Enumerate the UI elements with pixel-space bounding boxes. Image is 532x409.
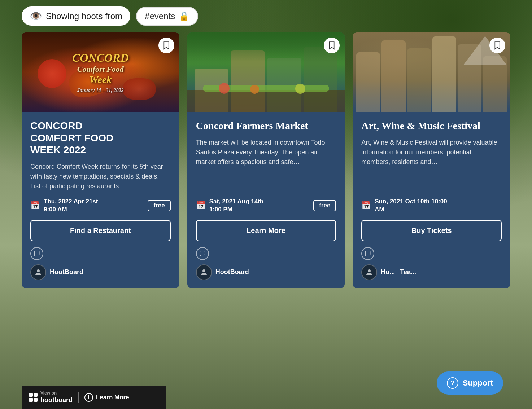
eye-icon: 👁️ [30,10,42,22]
card-1-image-date: January 14 – 31, 2022 [72,88,128,93]
card-3-title: Art, Wine & Music Festival [361,120,502,132]
card-1-title: CONCORD COMFORT FOOD WEEK 2022 [30,120,171,156]
card-1-date-text: Thu, 2022 Apr 21st 9:00 AM [44,198,98,214]
hootboard-grid-icon [29,393,38,402]
card-1-action-button[interactable]: Find a Restaurant [30,220,171,241]
card-1-description: Concord Comfort Week returns for its 5th… [30,162,171,191]
hootboard-brand: hootboard [40,396,73,404]
card-3-hootboard-name: Ho... [381,268,395,276]
card-3-comment-area [361,247,502,260]
card-1-bookmark[interactable] [158,38,174,53]
calendar-icon-1: 📅 [30,201,40,210]
card-3-body: Art, Wine & Music Festival Art, Wine & M… [353,112,510,288]
hashtag-text: #events [145,11,175,21]
card-3-hootboard-row: Ho... Tea... [361,264,502,280]
card-2-comment-area [196,247,336,260]
card-1-body: CONCORD COMFORT FOOD WEEK 2022 Concord C… [22,112,179,288]
card-3-description: Art, Wine & Music Festival will provide … [361,138,502,191]
card-3-action-button[interactable]: Buy Tickets [361,220,502,241]
card-2-date: 📅 Sat, 2021 Aug 14th 1:00 PM free [196,198,336,214]
card-1-image: CONCORD Comfort Food Week January 14 – 3… [22,32,179,112]
comment-bubble-1[interactable] [30,247,43,260]
info-icon: i [84,393,93,402]
card-farmers-market: Concord Farmers Market The market will b… [187,32,345,288]
bottom-bar-divider [78,392,79,403]
svg-point-1 [202,269,205,272]
hootboard-logo: View on hootboard [29,391,73,404]
card-2-date-text: Sat, 2021 Aug 14th 1:00 PM [209,198,264,214]
card-1-hootboard-row: HootBoard [30,264,171,280]
card-festival: Art, Wine & Music Festival Art, Wine & M… [353,32,510,288]
card-2-hootboard-row: HootBoard [196,264,336,280]
card-2-hootboard-name: HootBoard [215,268,249,276]
card-3-avatar [361,264,377,280]
card-1-comment-area [30,247,171,260]
card-3-date-text: Sun, 2021 Oct 10th 10:00 AM [375,198,447,214]
card-2-action-button[interactable]: Learn More [196,220,336,241]
card-2-body: Concord Farmers Market The market will b… [187,112,345,288]
card-2-title: Concord Farmers Market [196,120,336,132]
bottom-learn-more-label: Learn More [96,394,129,401]
card-2-description: The market will be located in downtown T… [196,138,336,191]
card-1-avatar [30,264,46,280]
view-on-text: View on [40,391,73,396]
svg-point-0 [37,269,40,272]
calendar-icon-2: 📅 [196,201,206,210]
card-2-image [187,32,345,112]
hashtag-pill[interactable]: #events 🔒 [136,7,198,26]
card-3-date: 📅 Sun, 2021 Oct 10th 10:00 AM [361,198,502,214]
top-bar: 👁️ Showing hoots from #events 🔒 [22,6,198,26]
support-question-icon: ? [447,377,458,389]
card-2-free-badge: free [313,200,336,211]
card-2-avatar [196,264,212,280]
calendar-icon-3: 📅 [361,201,371,210]
lock-icon: 🔒 [179,11,189,21]
comment-bubble-3[interactable] [361,247,374,260]
card-3-image [353,32,510,112]
svg-point-2 [368,269,371,272]
card-1-date: 📅 Thu, 2022 Apr 21st 9:00 AM free [30,198,171,214]
card-3-hootboard-name2: Tea... [400,268,416,276]
card-1-free-badge: free [148,200,170,211]
comment-bubble-2[interactable] [196,247,209,260]
bottom-learn-more-button[interactable]: i Learn More [84,393,129,402]
support-label: Support [463,378,493,388]
card-comfort-food: CONCORD Comfort Food Week January 14 – 3… [22,32,179,288]
card-1-hootboard-name: HootBoard [50,268,83,276]
showing-hoots-pill: 👁️ Showing hoots from [22,6,130,26]
bottom-bar: View on hootboard i Learn More [22,386,166,409]
showing-hoots-label: Showing hoots from [46,11,122,21]
card-3-bookmark[interactable] [489,38,505,53]
support-button[interactable]: ? Support [437,371,503,395]
cards-container: CONCORD Comfort Food Week January 14 – 3… [22,32,510,288]
